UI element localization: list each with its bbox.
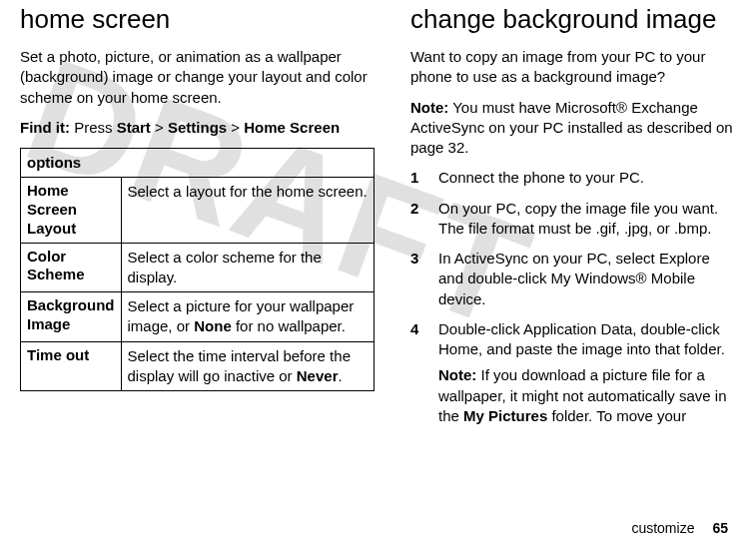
step-mid1: Explore	[659, 250, 710, 267]
options-table: options Home Screen Layout Select a layo…	[20, 148, 375, 391]
find-it-line: Find it: Press Start > Settings > Home S…	[20, 118, 375, 138]
step-text: On your PC, copy the image file you want…	[438, 199, 736, 240]
list-item: 3 In ActiveSync on your PC, select Explo…	[410, 249, 736, 309]
subnote-label: Note:	[438, 366, 476, 383]
right-column: change background image Want to copy an …	[410, 0, 736, 436]
option-name: Home Screen Layout	[21, 178, 122, 243]
option-desc: Select a color scheme for the display.	[121, 243, 374, 292]
note-text: You must have Microsoft® Exchange Active…	[410, 99, 733, 157]
table-row: Time out Select the time interval before…	[21, 341, 375, 391]
step-mid2: , double-click	[632, 320, 720, 337]
left-heading: home screen	[20, 2, 375, 37]
option-desc: Select the time interval before the disp…	[121, 341, 374, 391]
option-name: Time out	[21, 341, 122, 391]
step-number: 2	[410, 199, 438, 240]
list-item: 1 Connect the phone to your PC.	[410, 168, 736, 188]
find-it-path-0: Start	[117, 119, 151, 136]
subnote-post: folder. To move your	[547, 407, 686, 424]
step-text: Connect the phone to your PC.	[438, 168, 736, 188]
list-item: 4 Double-click Application Data, double-…	[410, 319, 736, 426]
find-it-label: Find it:	[20, 119, 70, 136]
option-name: Background Image	[21, 292, 122, 342]
option-desc-post: .	[338, 367, 342, 384]
find-it-path-1: Settings	[168, 119, 227, 136]
step-mid1: Application Data	[523, 320, 632, 337]
find-it-prefix: Press	[74, 119, 117, 136]
steps-list: 1 Connect the phone to your PC. 2 On you…	[410, 168, 736, 426]
option-desc-bold: None	[194, 317, 232, 334]
right-note: Note: You must have Microsoft® Exchange …	[410, 98, 736, 159]
option-desc: Select a picture for your wallpaper imag…	[121, 292, 374, 342]
table-header-row: options	[21, 149, 375, 178]
step-mid2: and double-click	[438, 270, 551, 286]
step-mid3: Home	[438, 340, 478, 357]
step-number: 4	[410, 319, 438, 426]
footer-section: customize	[631, 520, 694, 536]
option-desc-post: for no wallpaper.	[232, 317, 346, 334]
step-number: 3	[410, 249, 438, 309]
list-item: 2 On your PC, copy the image file you wa…	[410, 199, 736, 240]
table-row: Home Screen Layout Select a layout for t…	[21, 178, 375, 243]
step-text: In ActiveSync on your PC, select Explore…	[438, 249, 736, 309]
table-row: Background Image Select a picture for yo…	[21, 292, 375, 342]
subnote-bold: My Pictures	[463, 407, 547, 424]
find-it-sep-0: >	[151, 119, 168, 136]
step-post: , and paste the image into that folder.	[478, 340, 725, 357]
right-intro: Want to copy an image from your PC to yo…	[410, 47, 736, 88]
option-desc: Select a layout for the home screen.	[121, 178, 374, 243]
step-post: .	[481, 290, 485, 307]
page-columns: home screen Set a photo, picture, or ani…	[0, 0, 756, 436]
page-footer: customize65	[631, 519, 728, 538]
left-intro: Set a photo, picture, or animation as a …	[20, 47, 375, 108]
find-it-path-2: Home Screen	[244, 119, 340, 136]
option-name: Color Scheme	[21, 243, 122, 292]
step-pre: Double-click	[438, 320, 523, 337]
step-number: 1	[410, 168, 438, 188]
table-row: Color Scheme Select a color scheme for t…	[21, 243, 375, 292]
right-heading: change background image	[410, 2, 736, 37]
step-pre: In ActiveSync on your PC, select	[438, 250, 659, 267]
step-text: Double-click Application Data, double-cl…	[438, 319, 736, 426]
left-column: home screen Set a photo, picture, or ani…	[20, 0, 375, 436]
options-header: options	[21, 149, 375, 178]
step-subnote: Note: If you download a picture file for…	[438, 365, 736, 426]
option-desc-bold: Never	[297, 367, 339, 384]
footer-page-number: 65	[712, 520, 728, 536]
find-it-sep-1: >	[227, 119, 244, 136]
note-label: Note:	[410, 99, 448, 116]
